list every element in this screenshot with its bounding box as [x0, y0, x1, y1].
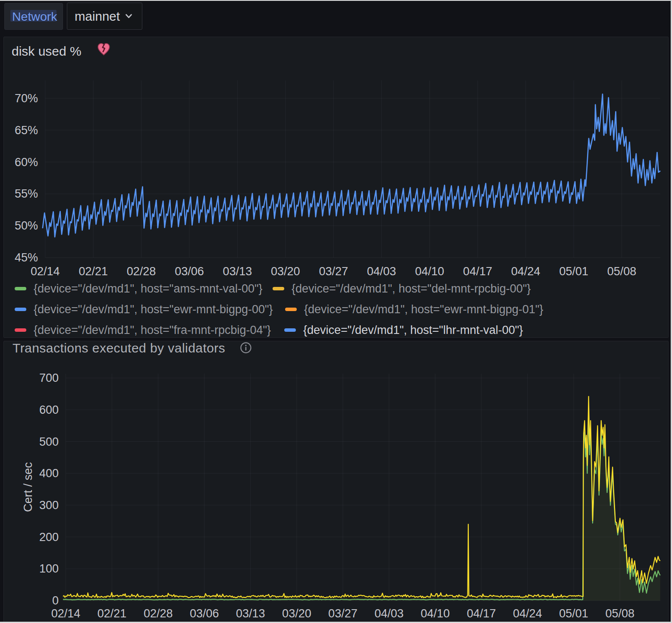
svg-text:03/20: 03/20: [282, 607, 311, 620]
svg-text:03/06: 03/06: [175, 265, 204, 278]
svg-text:04/24: 04/24: [511, 265, 540, 278]
svg-text:03/06: 03/06: [190, 607, 219, 620]
svg-text:05/01: 05/01: [559, 607, 588, 620]
svg-text:03/13: 03/13: [223, 265, 252, 278]
svg-text:04/03: 04/03: [367, 265, 396, 278]
svg-text:05/08: 05/08: [605, 607, 634, 620]
svg-text:70%: 70%: [15, 92, 38, 105]
svg-text:50%: 50%: [15, 219, 38, 232]
svg-text:02/28: 02/28: [127, 265, 156, 278]
svg-text:03/27: 03/27: [328, 607, 358, 620]
svg-text:60%: 60%: [15, 156, 38, 169]
svg-text:05/01: 05/01: [559, 265, 588, 278]
svg-text:400: 400: [39, 467, 59, 480]
svg-text:02/21: 02/21: [79, 265, 108, 278]
svg-text:04/24: 04/24: [513, 607, 542, 620]
svg-text:600: 600: [39, 403, 59, 416]
svg-text:Cert / sec: Cert / sec: [22, 462, 35, 512]
svg-text:45%: 45%: [15, 251, 38, 264]
svg-text:500: 500: [39, 435, 59, 448]
svg-text:55%: 55%: [15, 187, 38, 200]
svg-text:02/28: 02/28: [144, 607, 173, 620]
svg-text:04/17: 04/17: [467, 607, 496, 620]
svg-text:0: 0: [52, 594, 59, 607]
svg-text:100: 100: [39, 562, 59, 575]
svg-text:65%: 65%: [15, 124, 38, 137]
svg-text:02/21: 02/21: [97, 607, 127, 620]
svg-text:04/10: 04/10: [421, 607, 450, 620]
svg-text:03/27: 03/27: [319, 265, 348, 278]
svg-text:04/10: 04/10: [415, 265, 444, 278]
svg-text:04/03: 04/03: [374, 607, 404, 620]
svg-text:300: 300: [39, 499, 59, 512]
svg-text:04/17: 04/17: [463, 265, 493, 278]
svg-text:02/14: 02/14: [51, 607, 81, 620]
svg-text:03/13: 03/13: [236, 607, 265, 620]
svg-text:02/14: 02/14: [31, 265, 60, 278]
svg-text:03/20: 03/20: [271, 265, 300, 278]
svg-text:700: 700: [39, 371, 59, 384]
svg-text:200: 200: [39, 531, 59, 544]
svg-text:05/08: 05/08: [607, 265, 637, 278]
